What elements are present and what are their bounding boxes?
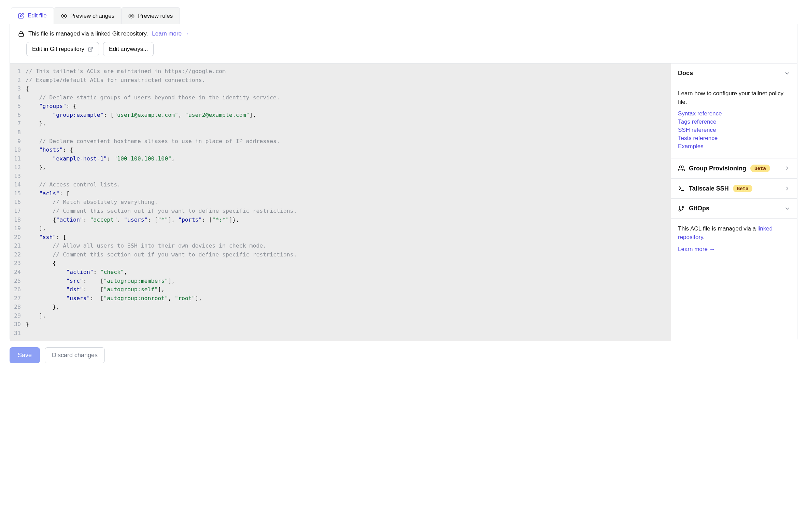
beta-badge: Beta [750, 165, 770, 172]
sidebar-title: Tailscale SSH [689, 185, 729, 192]
sidebar-title: Docs [678, 70, 693, 77]
docs-link-tests[interactable]: Tests reference [678, 135, 790, 142]
tab-preview-rules[interactable]: Preview rules [122, 7, 180, 24]
sidebar-title: Group Provisioning [689, 165, 746, 172]
docs-intro: Learn how to configure your tailnet poli… [678, 89, 790, 106]
chevron-down-icon [784, 206, 790, 212]
panel: This file is managed via a linked Git re… [10, 24, 797, 341]
chevron-right-icon [784, 185, 790, 192]
chevron-down-icon [784, 70, 790, 76]
svg-point-0 [63, 15, 65, 17]
managed-banner: This file is managed via a linked Git re… [10, 24, 797, 64]
external-link-icon [88, 46, 93, 52]
sidebar-docs-body: Learn how to configure your tailnet poli… [671, 83, 797, 158]
eye-icon [61, 13, 67, 19]
svg-point-1 [131, 15, 132, 17]
button-label: Edit in Git repository [32, 46, 84, 53]
tab-edit-file[interactable]: Edit file [11, 7, 54, 24]
banner-learn-more-link[interactable]: Learn more → [152, 30, 189, 37]
lock-icon [18, 31, 24, 37]
gitops-learn-more-link[interactable]: Learn more → [678, 246, 790, 253]
banner-message: This file is managed via a linked Git re… [28, 30, 148, 37]
eye-icon [128, 13, 134, 19]
edit-in-git-button[interactable]: Edit in Git repository [26, 42, 99, 56]
chevron-right-icon [784, 165, 790, 171]
docs-link-syntax[interactable]: Syntax reference [678, 110, 790, 117]
users-icon [678, 165, 685, 172]
code-content[interactable]: // This tailnet's ACLs are maintained in… [26, 64, 671, 341]
line-gutter: 1234567891011121314151617181920212223242… [10, 64, 26, 341]
tab-label: Edit file [28, 12, 47, 19]
svg-line-3 [90, 47, 93, 50]
beta-badge: Beta [733, 185, 753, 192]
sidebar-title: GitOps [689, 205, 709, 212]
sidebar: Docs Learn how to configure your tailnet… [671, 64, 797, 341]
tab-label: Preview changes [70, 13, 114, 19]
docs-link-tags[interactable]: Tags reference [678, 118, 790, 125]
button-label: Edit anyways... [109, 46, 148, 53]
docs-link-ssh[interactable]: SSH reference [678, 127, 790, 134]
tab-preview-changes[interactable]: Preview changes [54, 7, 122, 24]
discard-changes-button[interactable]: Discard changes [45, 347, 105, 363]
tabs: Edit file Preview changes Preview rules [11, 7, 797, 24]
sidebar-docs-header[interactable]: Docs [671, 64, 797, 83]
main-area: 1234567891011121314151617181920212223242… [10, 64, 797, 341]
save-button[interactable]: Save [10, 347, 40, 363]
edit-anyways-button[interactable]: Edit anyways... [103, 42, 154, 56]
svg-rect-2 [19, 33, 24, 36]
sidebar-gitops-body: This ACL file is managed via a linked re… [671, 219, 797, 261]
footer-actions: Save Discard changes [10, 347, 797, 363]
edit-icon [18, 13, 24, 19]
sidebar-tailscale-ssh-header[interactable]: Tailscale SSH Beta [671, 179, 797, 199]
docs-link-examples[interactable]: Examples [678, 143, 790, 150]
gitops-text: This ACL file is managed via a linked re… [678, 225, 790, 241]
code-editor[interactable]: 1234567891011121314151617181920212223242… [10, 64, 671, 341]
git-branch-icon [678, 205, 685, 212]
svg-point-4 [679, 166, 682, 168]
terminal-icon [678, 185, 685, 192]
sidebar-group-provisioning-header[interactable]: Group Provisioning Beta [671, 158, 797, 179]
tab-label: Preview rules [138, 13, 173, 19]
sidebar-gitops-header[interactable]: GitOps [671, 199, 797, 219]
